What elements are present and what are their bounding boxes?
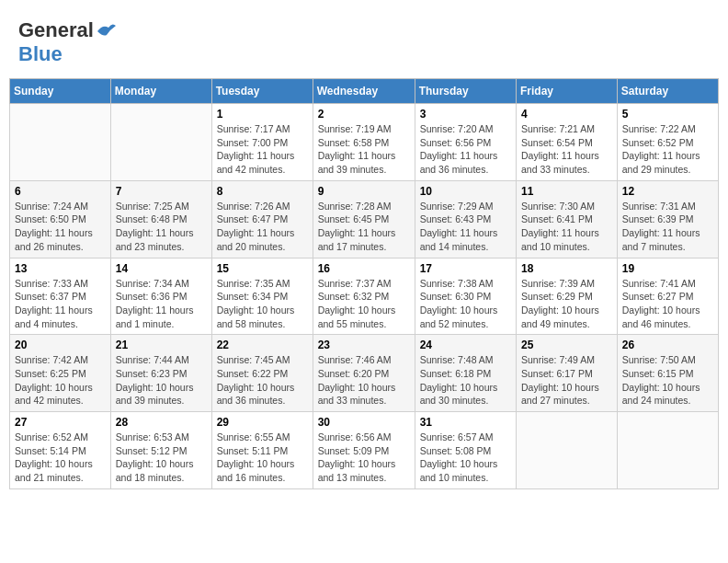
day-number: 3 [420,108,511,121]
page-header: General Blue [9,9,719,71]
calendar-cell: 30Sunrise: 6:56 AM Sunset: 5:09 PM Dayli… [313,412,415,489]
day-number: 18 [521,262,612,275]
calendar-cell: 28Sunrise: 6:53 AM Sunset: 5:12 PM Dayli… [110,412,211,489]
day-number: 26 [622,339,713,351]
calendar-cell: 21Sunrise: 7:44 AM Sunset: 6:23 PM Dayli… [110,335,211,412]
calendar-cell [110,104,211,181]
day-number: 15 [217,262,308,275]
day-number: 24 [420,339,511,351]
calendar-cell: 16Sunrise: 7:37 AM Sunset: 6:32 PM Dayli… [313,258,415,335]
calendar-cell: 14Sunrise: 7:34 AM Sunset: 6:36 PM Dayli… [110,258,211,335]
calendar-cell: 27Sunrise: 6:52 AM Sunset: 5:14 PM Dayli… [10,412,111,489]
day-info: Sunrise: 7:29 AM Sunset: 6:43 PM Dayligh… [420,200,511,254]
day-number: 11 [521,185,612,198]
calendar-cell: 10Sunrise: 7:29 AM Sunset: 6:43 PM Dayli… [415,180,516,258]
column-header-sunday: Sunday [10,79,111,104]
calendar-cell: 24Sunrise: 7:48 AM Sunset: 6:18 PM Dayli… [415,335,516,412]
logo-general: General [18,18,94,42]
calendar-week-row: 13Sunrise: 7:33 AM Sunset: 6:37 PM Dayli… [10,258,719,335]
day-number: 6 [15,185,106,198]
day-info: Sunrise: 7:41 AM Sunset: 6:27 PM Dayligh… [622,277,713,331]
calendar-week-row: 27Sunrise: 6:52 AM Sunset: 5:14 PM Dayli… [10,412,719,489]
calendar-cell: 11Sunrise: 7:30 AM Sunset: 6:41 PM Dayli… [517,180,618,258]
day-number: 12 [622,185,713,198]
calendar-cell: 29Sunrise: 6:55 AM Sunset: 5:11 PM Dayli… [211,412,313,489]
column-header-thursday: Thursday [415,79,516,104]
calendar-week-row: 20Sunrise: 7:42 AM Sunset: 6:25 PM Dayli… [10,335,719,412]
day-number: 30 [318,416,410,429]
day-info: Sunrise: 6:53 AM Sunset: 5:12 PM Dayligh… [116,431,207,485]
day-number: 8 [217,185,308,198]
day-info: Sunrise: 7:49 AM Sunset: 6:17 PM Dayligh… [521,353,612,408]
calendar-cell: 3Sunrise: 7:20 AM Sunset: 6:56 PM Daylig… [415,104,516,181]
day-info: Sunrise: 7:34 AM Sunset: 6:36 PM Dayligh… [116,277,207,331]
day-info: Sunrise: 7:39 AM Sunset: 6:29 PM Dayligh… [521,277,612,331]
day-info: Sunrise: 7:42 AM Sunset: 6:25 PM Dayligh… [15,353,106,408]
day-info: Sunrise: 7:21 AM Sunset: 6:54 PM Dayligh… [521,122,612,177]
day-info: Sunrise: 7:35 AM Sunset: 6:34 PM Dayligh… [217,277,308,331]
day-number: 21 [116,339,207,351]
calendar-cell: 18Sunrise: 7:39 AM Sunset: 6:29 PM Dayli… [517,258,618,335]
day-number: 31 [420,416,511,429]
day-number: 27 [15,416,106,429]
logo-blue: Blue [18,42,116,66]
day-number: 22 [217,339,308,351]
calendar-cell [10,104,111,181]
day-info: Sunrise: 7:20 AM Sunset: 6:56 PM Dayligh… [420,122,511,177]
calendar-cell: 20Sunrise: 7:42 AM Sunset: 6:25 PM Dayli… [10,335,111,412]
day-number: 28 [116,416,207,429]
day-number: 17 [420,262,511,275]
calendar-cell: 8Sunrise: 7:26 AM Sunset: 6:47 PM Daylig… [211,180,313,258]
day-number: 4 [521,108,612,121]
day-info: Sunrise: 7:26 AM Sunset: 6:47 PM Dayligh… [217,200,308,254]
calendar-cell: 23Sunrise: 7:46 AM Sunset: 6:20 PM Dayli… [313,335,415,412]
calendar-week-row: 1Sunrise: 7:17 AM Sunset: 7:00 PM Daylig… [10,104,719,181]
day-number: 16 [318,262,410,275]
day-number: 13 [15,262,106,275]
calendar-cell: 9Sunrise: 7:28 AM Sunset: 6:45 PM Daylig… [313,180,415,258]
day-info: Sunrise: 7:48 AM Sunset: 6:18 PM Dayligh… [420,353,511,408]
calendar-cell: 15Sunrise: 7:35 AM Sunset: 6:34 PM Dayli… [211,258,313,335]
calendar-cell: 25Sunrise: 7:49 AM Sunset: 6:17 PM Dayli… [517,335,618,412]
calendar-cell: 2Sunrise: 7:19 AM Sunset: 6:58 PM Daylig… [313,104,415,181]
day-info: Sunrise: 7:38 AM Sunset: 6:30 PM Dayligh… [420,277,511,331]
day-info: Sunrise: 7:25 AM Sunset: 6:48 PM Dayligh… [116,200,207,254]
column-header-friday: Friday [517,79,618,104]
calendar-cell: 26Sunrise: 7:50 AM Sunset: 6:15 PM Dayli… [617,335,718,412]
day-info: Sunrise: 7:19 AM Sunset: 6:58 PM Dayligh… [318,122,410,177]
day-info: Sunrise: 7:37 AM Sunset: 6:32 PM Dayligh… [318,277,410,331]
calendar-cell: 4Sunrise: 7:21 AM Sunset: 6:54 PM Daylig… [517,104,618,181]
day-info: Sunrise: 7:30 AM Sunset: 6:41 PM Dayligh… [521,200,612,254]
day-info: Sunrise: 7:45 AM Sunset: 6:22 PM Dayligh… [217,353,308,408]
day-info: Sunrise: 7:46 AM Sunset: 6:20 PM Dayligh… [318,353,410,408]
calendar-cell [517,412,618,489]
day-info: Sunrise: 7:31 AM Sunset: 6:39 PM Dayligh… [622,200,713,254]
column-header-wednesday: Wednesday [313,79,415,104]
logo: General Blue [18,18,116,66]
day-info: Sunrise: 6:56 AM Sunset: 5:09 PM Dayligh… [318,431,410,485]
calendar-cell: 22Sunrise: 7:45 AM Sunset: 6:22 PM Dayli… [211,335,313,412]
calendar-cell: 5Sunrise: 7:22 AM Sunset: 6:52 PM Daylig… [617,104,718,181]
calendar-cell: 17Sunrise: 7:38 AM Sunset: 6:30 PM Dayli… [415,258,516,335]
day-info: Sunrise: 7:28 AM Sunset: 6:45 PM Dayligh… [318,200,410,254]
day-info: Sunrise: 7:22 AM Sunset: 6:52 PM Dayligh… [622,122,713,177]
day-info: Sunrise: 6:57 AM Sunset: 5:08 PM Dayligh… [420,431,511,485]
day-number: 10 [420,185,511,198]
calendar-cell [617,412,718,489]
calendar-cell: 6Sunrise: 7:24 AM Sunset: 6:50 PM Daylig… [10,180,111,258]
day-info: Sunrise: 7:24 AM Sunset: 6:50 PM Dayligh… [15,200,106,254]
calendar-cell: 19Sunrise: 7:41 AM Sunset: 6:27 PM Dayli… [617,258,718,335]
calendar-cell: 13Sunrise: 7:33 AM Sunset: 6:37 PM Dayli… [10,258,111,335]
day-number: 25 [521,339,612,351]
day-number: 19 [622,262,713,275]
day-info: Sunrise: 7:17 AM Sunset: 7:00 PM Dayligh… [217,122,308,177]
day-number: 7 [116,185,207,198]
column-header-monday: Monday [110,79,211,104]
calendar-header-row: SundayMondayTuesdayWednesdayThursdayFrid… [10,79,719,104]
day-number: 23 [318,339,410,351]
logo-bird-icon [96,22,116,39]
day-number: 20 [15,339,106,351]
column-header-saturday: Saturday [617,79,718,104]
day-number: 5 [622,108,713,121]
day-number: 1 [217,108,308,121]
